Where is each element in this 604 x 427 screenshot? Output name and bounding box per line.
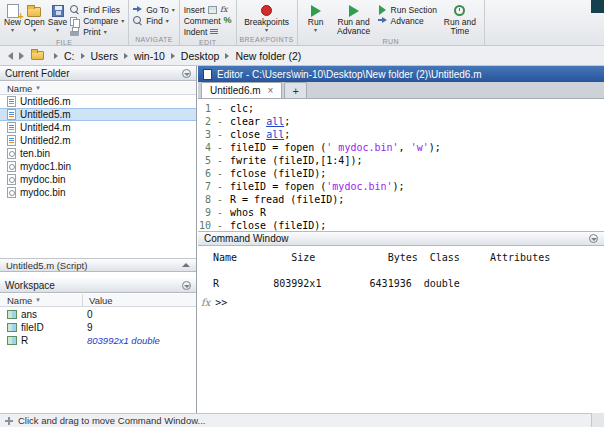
breadcrumb-arrow-icon	[124, 53, 128, 59]
comment-label: Comment	[184, 16, 221, 26]
code-area[interactable]: 1 -clc; 2 -clear all; 3 -close all; 4 -f…	[198, 99, 604, 231]
panel-menu-icon[interactable]	[182, 69, 191, 78]
code-text: clc;	[230, 102, 254, 115]
code-text: fileID = fopen (' mydoc.bin', 'w');	[230, 141, 441, 154]
back-arrow-icon[interactable]	[8, 52, 13, 60]
toolbar-group-edit: Insert fx Comment % Indent EDIT	[180, 0, 237, 45]
breadcrumb-item[interactable]: Users	[90, 50, 119, 62]
file-column-header[interactable]: Name ▾	[0, 82, 196, 95]
command-window[interactable]: Name Size Bytes Class Attributes R 80399…	[198, 246, 604, 413]
file-row[interactable]: mydoc1.bin	[0, 160, 196, 173]
run-section-label: Run Section	[391, 5, 437, 15]
code-segment: fileID = fopen (	[230, 142, 326, 153]
advance-icon	[378, 16, 388, 26]
status-text: Click and drag to move Command Window...	[18, 415, 205, 426]
line-number: 5 -	[198, 154, 230, 167]
new-button[interactable]: + New ▾	[4, 2, 21, 33]
file-row[interactable]: mydoc.bin	[0, 186, 196, 199]
code-segment: 'mydoc.bin'	[326, 181, 392, 192]
file-row[interactable]: Untitled2.m	[0, 134, 196, 147]
fx-icon: fx	[201, 297, 210, 308]
toolbar-group-navigate: Go To ▾ Find ▾ NAVIGATE	[129, 0, 180, 45]
command-prompt[interactable]: >>	[215, 297, 227, 308]
go-to-button[interactable]: Go To ▾	[133, 4, 175, 15]
line-number: 9 -	[198, 206, 230, 219]
find-button[interactable]: Find ▾	[133, 15, 175, 26]
workspace-value-label: Value	[83, 295, 113, 306]
variable-value: 0	[87, 309, 189, 320]
mfile-icon	[7, 135, 16, 146]
indent-button[interactable]: Indent	[184, 26, 232, 37]
breakpoints-button[interactable]: Breakpoints ▾	[241, 2, 293, 33]
save-button-label: Save	[48, 18, 67, 27]
new-iconbox: +	[7, 3, 19, 18]
breadcrumb-item[interactable]: Desktop	[180, 50, 221, 62]
workspace-name-column[interactable]: Name ▾	[7, 294, 83, 306]
file-name: ten.bin	[20, 148, 50, 159]
folder-icon	[27, 7, 41, 17]
code-segment: ;	[284, 116, 290, 127]
workspace-column-header[interactable]: Name ▾ Value	[0, 294, 196, 307]
file-detail-bar[interactable]: Untitled5.m (Script)	[0, 258, 196, 272]
breadcrumb-arrow-icon	[81, 53, 85, 59]
command-window-header[interactable]: Command Window	[198, 231, 604, 246]
file-name: mydoc.bin	[20, 174, 66, 185]
run-and-time-button[interactable]: Run and Time	[440, 2, 480, 36]
editor-tab-bar: Untitled6.m × +	[198, 82, 604, 99]
breadcrumb-item[interactable]: New folder (2)	[234, 50, 302, 62]
code-text: R = fread (fileID);	[230, 193, 344, 206]
find-files-button[interactable]: Find Files	[70, 4, 124, 15]
editor-title-bar[interactable]: Editor - C:\Users\win-10\Desktop\New fol…	[198, 66, 604, 82]
browse-folder-icon[interactable]	[31, 51, 44, 60]
breadcrumb-item[interactable]: win-10	[133, 50, 166, 62]
panel-menu-icon[interactable]	[589, 234, 598, 243]
file-row[interactable]: Untitled4.m	[0, 121, 196, 134]
mfile-icon	[7, 96, 16, 107]
save-button[interactable]: Save ▾	[48, 2, 67, 33]
workspace-row[interactable]: R803992x1 double	[0, 334, 196, 347]
current-folder-header[interactable]: Current Folder	[0, 66, 196, 81]
advance-button[interactable]: Advance	[378, 15, 437, 26]
toolbar-group-breakpoints: Breakpoints ▾ BREAKPOINTS	[237, 0, 298, 45]
compare-button[interactable]: Compare ▾	[70, 15, 124, 26]
binfile-icon	[7, 161, 16, 172]
file-row[interactable]: ten.bin	[0, 147, 196, 160]
comment-button[interactable]: Comment %	[184, 15, 232, 26]
file-row[interactable]: mydoc.bin	[0, 173, 196, 186]
collapse-icon[interactable]	[182, 263, 190, 267]
insert-button[interactable]: Insert fx	[184, 4, 232, 15]
compare-icon	[70, 16, 80, 26]
editor-title: Editor - C:\Users\win-10\Desktop\New fol…	[217, 69, 482, 80]
line-number: 3 -	[198, 128, 230, 141]
breadcrumb-item[interactable]: C:	[63, 50, 76, 62]
run-section-button[interactable]: Run Section	[378, 4, 437, 15]
sort-icon: ▾	[36, 296, 40, 304]
code-text: clear all;	[230, 115, 290, 128]
run-label: Run	[308, 18, 324, 27]
workspace-row[interactable]: ans0	[0, 308, 196, 321]
indent-icon	[210, 28, 218, 35]
run-play-icon	[311, 5, 321, 17]
go-to-label: Go To	[146, 5, 169, 15]
open-button[interactable]: Open ▾	[24, 2, 45, 33]
resize-grip[interactable]	[591, 413, 604, 427]
forward-arrow-icon[interactable]	[19, 52, 24, 60]
code-segment: clear	[230, 116, 266, 127]
file-list: Untitled6.mUntitled5.mUntitled4.mUntitle…	[0, 95, 196, 258]
tab-untitled6[interactable]: Untitled6.m ×	[201, 82, 282, 98]
close-icon[interactable]: ×	[268, 86, 274, 96]
print-label: Print	[83, 27, 100, 37]
file-group-content: + New ▾ Open ▾ Save ▾ Find Files	[0, 0, 128, 37]
new-tab-button[interactable]: +	[284, 82, 306, 98]
panel-menu-icon[interactable]	[182, 281, 191, 290]
run-button[interactable]: Run ▾	[302, 2, 330, 33]
workspace-row[interactable]: fileID9	[0, 321, 196, 334]
print-button[interactable]: Print ▾	[70, 26, 124, 37]
new-document-icon: +	[7, 4, 19, 18]
file-row[interactable]: Untitled6.m	[0, 95, 196, 108]
workspace-header[interactable]: Workspace	[0, 278, 196, 293]
run-small-buttons: Run Section Advance	[378, 2, 437, 26]
file-detail-label: Untitled5.m (Script)	[6, 260, 87, 271]
run-and-advance-button[interactable]: Run and Advance	[333, 2, 375, 36]
file-row[interactable]: Untitled5.m	[0, 108, 196, 121]
